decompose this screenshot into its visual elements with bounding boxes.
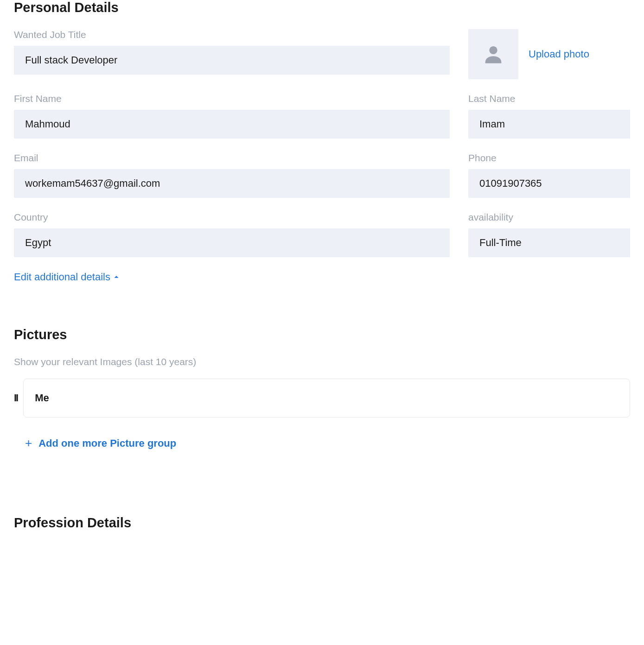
phone-input[interactable] [468,169,630,198]
job-title-upload-row: Wanted Job Title Upload photo [14,29,630,79]
chevron-up-icon [111,272,121,282]
picture-item-row: II Me [14,379,630,417]
person-icon [481,42,505,66]
first-name-group: First Name [14,93,450,139]
drag-handle-icon[interactable]: II [14,392,18,404]
first-name-label: First Name [14,93,450,104]
plus-icon: + [25,436,32,450]
avatar-placeholder[interactable] [468,29,518,79]
last-name-label: Last Name [468,93,630,104]
job-title-label: Wanted Job Title [14,29,450,40]
pictures-subtitle: Show your relevant Images (last 10 years… [14,356,630,367]
email-label: Email [14,152,450,164]
first-name-input[interactable] [14,110,450,139]
name-row: First Name Last Name [14,93,630,139]
country-label: Country [14,212,450,223]
picture-card-title: Me [35,392,618,404]
job-title-group: Wanted Job Title [14,29,450,75]
availability-label: availability [468,212,630,223]
pictures-section: Pictures Show your relevant Images (last… [14,327,630,450]
phone-group: Phone [468,152,630,198]
profession-details-section: Profession Details [14,515,630,531]
upload-photo-link[interactable]: Upload photo [529,48,589,60]
svg-point-0 [489,46,497,54]
country-input[interactable] [14,228,450,257]
personal-details-title: Personal Details [14,0,630,15]
availability-input[interactable] [468,228,630,257]
availability-group: availability [468,212,630,257]
edit-additional-details-link[interactable]: Edit additional details [14,271,121,283]
upload-photo-group: Upload photo [468,29,589,79]
location-row: Country availability [14,212,630,257]
job-title-input[interactable] [14,46,450,75]
pictures-title: Pictures [14,327,630,342]
add-picture-group-label: Add one more Picture group [38,437,176,449]
last-name-input[interactable] [468,110,630,139]
country-group: Country [14,212,450,257]
personal-details-section: Personal Details Wanted Job Title Upload… [14,0,630,283]
phone-label: Phone [468,152,630,164]
picture-card[interactable]: Me [23,379,630,417]
contact-row: Email Phone [14,152,630,198]
profession-details-title: Profession Details [14,515,630,531]
email-group: Email [14,152,450,198]
add-picture-group-button[interactable]: + Add one more Picture group [25,436,176,450]
email-input[interactable] [14,169,450,198]
last-name-group: Last Name [468,93,630,139]
edit-additional-details-label: Edit additional details [14,271,110,283]
